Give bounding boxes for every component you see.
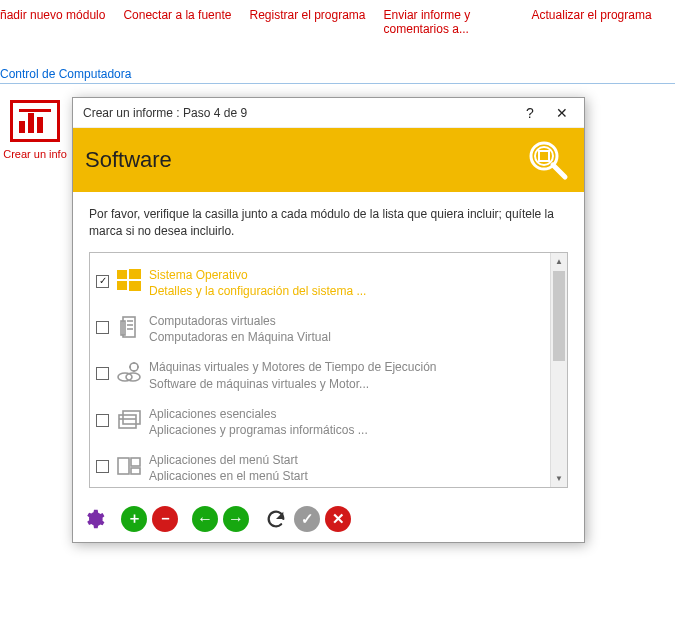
module-checkbox[interactable] (96, 414, 109, 427)
scroll-thumb[interactable] (553, 271, 565, 361)
svg-rect-20 (119, 415, 136, 428)
cloud-gear-icon (115, 359, 143, 387)
module-subtitle: Aplicaciones en el menú Start (149, 468, 308, 480)
menu-send-report[interactable]: Enviar informe y comentarios a... (384, 8, 514, 37)
svg-line-3 (553, 165, 565, 177)
svg-point-1 (535, 147, 553, 165)
module-checkbox[interactable] (96, 367, 109, 380)
menu-connect-source[interactable]: Conectar a la fuente (123, 8, 231, 37)
confirm-button[interactable]: ✓ (294, 506, 320, 532)
module-title: Computadoras virtuales (149, 313, 331, 329)
section-tab-label: Control de Computadora (0, 41, 675, 81)
module-row-start-menu-apps[interactable]: Aplicaciones del menú Start Aplicaciones… (90, 444, 567, 481)
dialog-header-title: Software (85, 147, 172, 173)
svg-rect-24 (131, 458, 140, 466)
windows-flag-icon (115, 267, 143, 295)
add-button[interactable]: ＋ (121, 506, 147, 532)
module-title: Máquinas virtuales y Motores de Tiempo d… (149, 359, 436, 375)
next-button[interactable]: → (223, 506, 249, 532)
svg-rect-6 (117, 281, 127, 290)
module-row-vm-engines[interactable]: Máquinas virtuales y Motores de Tiempo d… (90, 351, 567, 397)
create-report-dialog: Crear un informe : Paso 4 de 9 ? ✕ Softw… (72, 97, 585, 543)
svg-rect-2 (539, 151, 549, 161)
module-row-os[interactable]: ✓ Sistema Operativo Detalles y la config… (90, 259, 567, 305)
module-list: ✓ Sistema Operativo Detalles y la config… (89, 252, 568, 488)
panels-icon (115, 452, 143, 480)
create-report-tile[interactable]: Crear un info (0, 100, 70, 160)
module-checkbox[interactable]: ✓ (96, 275, 109, 288)
svg-rect-23 (118, 458, 129, 474)
svg-point-14 (126, 373, 140, 381)
module-title: Aplicaciones esenciales (149, 406, 368, 422)
main-menu: ñadir nuevo módulo Conectar a la fuente … (0, 0, 675, 41)
module-title: Aplicaciones del menú Start (149, 452, 308, 468)
svg-rect-4 (117, 270, 127, 279)
module-checkbox[interactable] (96, 321, 109, 334)
dialog-header-band: Software (73, 128, 584, 192)
dialog-footer: ＋ － ← → ✓ ✕ (73, 498, 584, 542)
module-title: Sistema Operativo (149, 267, 366, 283)
section-tab-underline (0, 83, 675, 84)
svg-point-15 (130, 363, 138, 371)
scroll-up-button[interactable]: ▲ (551, 253, 567, 270)
module-row-vm-computers[interactable]: Computadoras virtuales Computadoras en M… (90, 305, 567, 351)
menu-update-program[interactable]: Actualizar el programa (532, 8, 652, 37)
dialog-title: Crear un informe : Paso 4 de 9 (83, 106, 514, 120)
scroll-down-button[interactable]: ▼ (551, 470, 567, 487)
server-icon (115, 313, 143, 341)
report-chart-icon (10, 100, 60, 142)
create-report-tile-label: Crear un info (0, 148, 70, 160)
dialog-titlebar: Crear un informe : Paso 4 de 9 ? ✕ (73, 98, 584, 128)
module-subtitle: Software de máquinas virtuales y Motor..… (149, 376, 436, 392)
svg-rect-7 (129, 281, 141, 291)
prev-button[interactable]: ← (192, 506, 218, 532)
module-list-scrollbar[interactable]: ▲ ▼ (550, 253, 567, 487)
report-magnifier-icon (524, 136, 572, 184)
close-button[interactable]: ✕ (546, 99, 578, 127)
refresh-button[interactable] (263, 506, 289, 532)
module-subtitle: Computadoras en Máquina Virtual (149, 329, 331, 345)
help-button[interactable]: ? (514, 99, 546, 127)
menu-register-program[interactable]: Registrar el programa (249, 8, 365, 37)
svg-rect-21 (123, 411, 140, 424)
module-checkbox[interactable] (96, 460, 109, 473)
menu-add-module[interactable]: ñadir nuevo módulo (0, 8, 105, 37)
window-stack-icon (115, 406, 143, 434)
module-subtitle: Detalles y la configuración del sistema … (149, 283, 366, 299)
remove-button[interactable]: － (152, 506, 178, 532)
cancel-button[interactable]: ✕ (325, 506, 351, 532)
svg-rect-5 (129, 269, 141, 279)
settings-button[interactable] (81, 506, 107, 532)
svg-rect-25 (131, 468, 140, 474)
dialog-instruction: Por favor, verifique la casilla junto a … (89, 206, 568, 240)
module-row-essential-apps[interactable]: Aplicaciones esenciales Aplicaciones y p… (90, 398, 567, 444)
module-subtitle: Aplicaciones y programas informáticos ..… (149, 422, 368, 438)
